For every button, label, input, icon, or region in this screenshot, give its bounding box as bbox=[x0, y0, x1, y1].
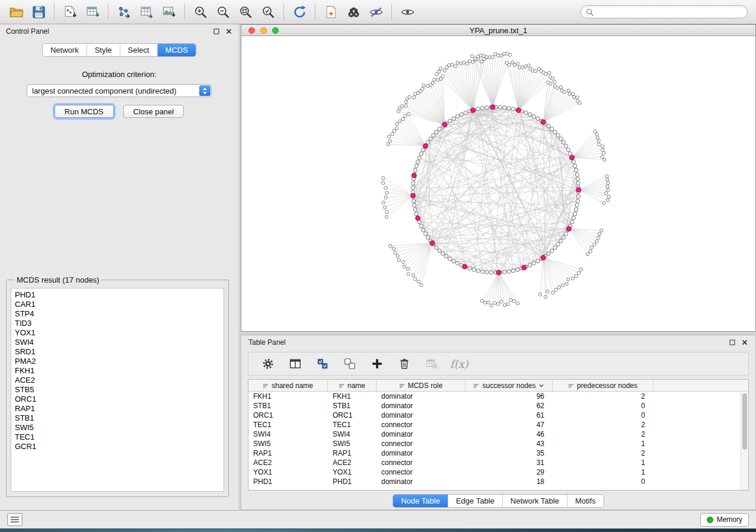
table-row[interactable]: YOX1YOX1connector291 bbox=[248, 467, 748, 477]
criterion-dropdown[interactable]: largest connected component (undirected) bbox=[27, 84, 212, 97]
float-panel-icon[interactable] bbox=[729, 339, 736, 346]
result-item-fkh1[interactable]: FKH1 bbox=[15, 366, 224, 376]
column-header-name[interactable]: name bbox=[328, 380, 377, 392]
table-settings-button[interactable] bbox=[259, 355, 277, 373]
import-network-button[interactable] bbox=[59, 2, 81, 22]
cell-mcds_role: dominator bbox=[377, 477, 465, 486]
table-panel: Table Panel bbox=[241, 335, 756, 510]
zoom-out-button[interactable] bbox=[212, 2, 234, 22]
import-network-file-icon bbox=[63, 5, 78, 20]
table-row[interactable]: STB1STB1dominator620 bbox=[248, 401, 748, 411]
cell-name: SWI5 bbox=[328, 439, 377, 448]
gear-icon bbox=[261, 357, 275, 370]
close-panel-icon[interactable] bbox=[225, 28, 232, 35]
result-item-yox1[interactable]: YOX1 bbox=[15, 328, 224, 338]
save-session-button[interactable] bbox=[27, 2, 50, 22]
close-panel-icon[interactable] bbox=[741, 339, 748, 346]
cell-shared_name: STB1 bbox=[248, 401, 328, 411]
cell-name: SWI4 bbox=[328, 430, 377, 439]
table-scrollbar[interactable] bbox=[741, 392, 748, 490]
criterion-selected-value: largest connected component (undirected) bbox=[32, 86, 177, 95]
function-builder-button[interactable]: f(x) bbox=[450, 358, 468, 370]
unselect-all-button[interactable] bbox=[341, 355, 359, 373]
table-tab-node-table[interactable]: Node Table bbox=[393, 495, 448, 507]
first-neighbors-button[interactable] bbox=[320, 2, 342, 22]
search-box[interactable] bbox=[580, 5, 748, 18]
zoom-selected-button[interactable] bbox=[257, 2, 279, 22]
result-item-rap1[interactable]: RAP1 bbox=[15, 404, 224, 414]
result-item-tid3[interactable]: TID3 bbox=[15, 319, 224, 328]
cell-successor_nodes: 31 bbox=[465, 458, 553, 467]
zoom-in-icon bbox=[193, 5, 208, 20]
column-header-MCDS-role[interactable]: MCDS role bbox=[377, 380, 465, 392]
result-item-stp4[interactable]: STP4 bbox=[15, 309, 224, 319]
add-column-button[interactable] bbox=[368, 355, 386, 373]
result-item-phd1[interactable]: PHD1 bbox=[15, 290, 224, 300]
table-header-row: shared namenameMCDS rolesuccessor nodesp… bbox=[248, 380, 748, 392]
table-row[interactable]: SWI4SWI4dominator462 bbox=[248, 430, 748, 439]
float-panel-icon[interactable] bbox=[213, 28, 220, 35]
result-item-swi4[interactable]: SWI4 bbox=[15, 338, 224, 347]
table-tab-network-table[interactable]: Network Table bbox=[502, 495, 567, 507]
network-titlebar[interactable]: YPA_prune.txt_1 bbox=[241, 25, 755, 36]
result-item-swi5[interactable]: SWI5 bbox=[15, 423, 224, 432]
export-table-button[interactable] bbox=[135, 2, 158, 22]
export-image-button[interactable] bbox=[158, 2, 180, 22]
cell-predecessor_nodes: 2 bbox=[553, 430, 653, 439]
table-row[interactable]: FKH1FKH1dominator962 bbox=[248, 392, 748, 401]
hide-selected-button[interactable] bbox=[365, 2, 387, 22]
memory-button[interactable]: Memory bbox=[700, 513, 749, 527]
result-item-tec1[interactable]: TEC1 bbox=[15, 432, 224, 442]
result-item-orc1[interactable]: ORC1 bbox=[15, 395, 224, 404]
table-row[interactable]: ACE2ACE2connector311 bbox=[248, 458, 748, 467]
plus-icon bbox=[371, 357, 384, 370]
close-window-icon[interactable] bbox=[248, 27, 255, 34]
table-row[interactable]: RAP1RAP1dominator352 bbox=[248, 448, 748, 458]
zoom-in-button[interactable] bbox=[189, 2, 212, 22]
close-panel-button[interactable]: Close panel bbox=[123, 105, 184, 118]
result-item-pma2[interactable]: PMA2 bbox=[15, 357, 224, 366]
cell-shared_name: YOX1 bbox=[248, 467, 328, 477]
show-columns-button[interactable] bbox=[286, 355, 304, 373]
task-history-button[interactable] bbox=[7, 513, 23, 526]
table-row[interactable]: TEC1TEC1connector472 bbox=[248, 420, 748, 430]
mcds-result-list[interactable]: PHD1CAR1STP4TID3YOX1SWI4SRD1PMA2FKH1ACE2… bbox=[11, 288, 224, 492]
minimize-window-icon[interactable] bbox=[260, 27, 267, 34]
cell-mcds_role: dominator bbox=[377, 411, 465, 420]
result-item-stb1[interactable]: STB1 bbox=[15, 414, 224, 423]
result-item-car1[interactable]: CAR1 bbox=[15, 300, 224, 309]
zoom-fit-button[interactable] bbox=[234, 2, 257, 22]
table-row[interactable]: SWI5SWI5connector431 bbox=[248, 439, 748, 448]
control-panel-tabs: NetworkStyleSelectMCDS bbox=[42, 43, 196, 57]
apply-layout-button[interactable] bbox=[288, 2, 311, 22]
table-row[interactable]: ORC1ORC1dominator610 bbox=[248, 411, 748, 420]
tab-style[interactable]: Style bbox=[87, 44, 120, 56]
column-header-shared-name[interactable]: shared name bbox=[248, 380, 328, 392]
select-all-button[interactable] bbox=[314, 355, 331, 373]
tab-select[interactable]: Select bbox=[120, 44, 157, 56]
network-canvas-wrap bbox=[241, 36, 755, 331]
result-item-stb5[interactable]: STB5 bbox=[15, 385, 224, 395]
run-mcds-button[interactable]: Run MCDS bbox=[55, 105, 114, 118]
scrollbar-thumb[interactable] bbox=[742, 393, 747, 450]
network-canvas[interactable] bbox=[241, 36, 755, 331]
result-item-gcr1[interactable]: GCR1 bbox=[15, 442, 224, 451]
show-graphics-details-button[interactable] bbox=[396, 2, 419, 22]
search-network-button[interactable] bbox=[342, 2, 365, 22]
result-item-srd1[interactable]: SRD1 bbox=[15, 347, 224, 357]
maximize-window-icon[interactable] bbox=[272, 27, 279, 34]
import-table-button[interactable] bbox=[81, 2, 104, 22]
search-input[interactable] bbox=[596, 8, 742, 17]
tab-network[interactable]: Network bbox=[43, 44, 87, 56]
table-tab-edge-table[interactable]: Edge Table bbox=[448, 495, 502, 507]
tab-mcds[interactable]: MCDS bbox=[157, 44, 196, 56]
export-network-button[interactable] bbox=[113, 2, 135, 22]
table-tab-motifs[interactable]: Motifs bbox=[567, 495, 604, 507]
delete-column-button[interactable] bbox=[395, 355, 413, 373]
open-session-button[interactable] bbox=[5, 2, 27, 22]
result-item-ace2[interactable]: ACE2 bbox=[15, 376, 224, 385]
toolbar-separator bbox=[315, 4, 315, 20]
column-header-predecessor-nodes[interactable]: predecessor nodes bbox=[553, 380, 653, 392]
column-header-successor-nodes[interactable]: successor nodes bbox=[465, 380, 553, 392]
table-row[interactable]: PHD1PHD1dominator180 bbox=[248, 477, 748, 486]
